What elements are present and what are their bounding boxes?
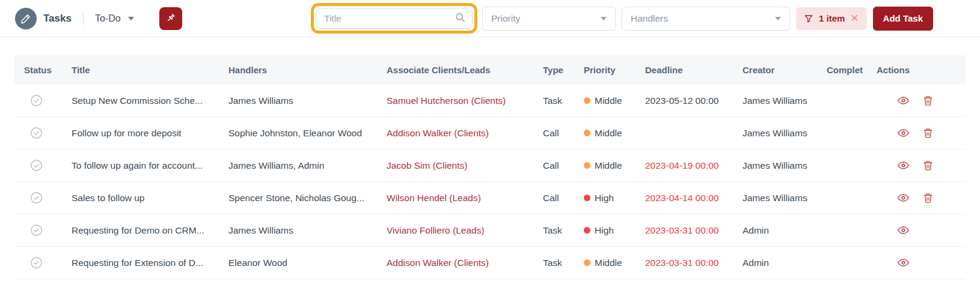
trash-icon bbox=[922, 95, 934, 107]
view-task-button[interactable] bbox=[897, 192, 910, 204]
table-row: Sales to follow up Spencer Stone, Nichol… bbox=[14, 182, 966, 214]
tasks-table: Status Title Handlers Associate Clients/… bbox=[14, 55, 966, 279]
task-deadline: 2023-04-14 00:00 bbox=[645, 193, 743, 204]
add-task-button[interactable]: Add Task bbox=[873, 7, 933, 31]
mark-done-button[interactable] bbox=[29, 126, 43, 140]
task-creator: James Williams bbox=[743, 193, 827, 204]
search-highlight-ring bbox=[311, 3, 477, 34]
delete-task-button[interactable] bbox=[922, 160, 934, 172]
priority-dot bbox=[584, 195, 590, 201]
task-type: Call bbox=[543, 193, 584, 204]
eye-icon bbox=[897, 127, 910, 139]
check-circle-icon bbox=[29, 126, 43, 140]
trash-icon bbox=[922, 127, 934, 139]
handlers-filter-select[interactable]: Handlers bbox=[622, 7, 790, 31]
delete-task-button[interactable] bbox=[922, 127, 934, 139]
table-row: Requesting for Demo on CRM... James Will… bbox=[14, 214, 966, 247]
mark-done-button[interactable] bbox=[29, 191, 43, 205]
check-circle-icon bbox=[29, 191, 43, 205]
clear-filter-icon[interactable]: ✕ bbox=[850, 13, 859, 23]
task-handlers: Sophie Johnston, Eleanor Wood bbox=[228, 128, 387, 139]
check-circle-icon bbox=[29, 256, 43, 270]
priority-dot bbox=[584, 97, 590, 104]
view-task-button[interactable] bbox=[897, 224, 910, 237]
priority-dot bbox=[584, 130, 590, 136]
mark-done-button[interactable] bbox=[29, 159, 43, 172]
table-row: Setup New Commission Sche... James Willi… bbox=[14, 85, 966, 117]
filter-count-label: 1 item bbox=[819, 13, 845, 23]
mark-done-button[interactable] bbox=[29, 256, 43, 270]
task-type: Task bbox=[543, 258, 584, 268]
delete-task-button[interactable] bbox=[922, 95, 934, 107]
view-task-button[interactable] bbox=[897, 256, 910, 269]
topbar: Tasks To-Do Priority Handlers bbox=[0, 0, 980, 37]
view-task-button[interactable] bbox=[897, 127, 910, 139]
check-circle-icon bbox=[29, 159, 43, 172]
task-deadline: 2023-03-31 00:00 bbox=[645, 258, 743, 268]
task-creator: James Williams bbox=[743, 128, 827, 139]
priority-filter-select[interactable]: Priority bbox=[482, 7, 616, 31]
table-row: Follow up for more deposit Sophie Johnst… bbox=[14, 117, 966, 150]
task-type: Call bbox=[543, 128, 584, 139]
title-search-input[interactable] bbox=[316, 8, 473, 29]
task-title: Follow up for more deposit bbox=[72, 128, 228, 139]
column-header-associate: Associate Clients/Leads bbox=[387, 65, 543, 75]
table-row: Requesting for Extension of D... Eleanor… bbox=[14, 247, 966, 279]
task-creator: Admin bbox=[743, 258, 827, 268]
search-icon bbox=[455, 11, 466, 25]
task-title: To follow up again for account... bbox=[72, 160, 228, 171]
filter-icon bbox=[804, 14, 813, 23]
view-dropdown-label: To-Do bbox=[95, 13, 121, 24]
view-dropdown[interactable]: To-Do bbox=[95, 13, 134, 24]
applied-filter-badge: 1 item ✕ bbox=[796, 7, 867, 30]
priority-dot bbox=[584, 162, 590, 169]
tasks-logo-icon bbox=[15, 8, 37, 29]
column-header-deadline: Deadline bbox=[645, 65, 743, 75]
task-title: Requesting for Extension of D... bbox=[72, 258, 228, 268]
mark-done-button[interactable] bbox=[29, 94, 43, 107]
priority-dot bbox=[584, 227, 590, 234]
column-header-completed: Complet bbox=[827, 65, 877, 75]
task-deadline: 2023-04-19 00:00 bbox=[645, 160, 743, 171]
eye-icon bbox=[897, 224, 910, 237]
check-circle-icon bbox=[29, 94, 43, 107]
table-row: To follow up again for account... James … bbox=[14, 150, 966, 182]
view-task-button[interactable] bbox=[897, 94, 910, 107]
delete-task-button[interactable] bbox=[922, 192, 934, 204]
task-associate-link[interactable]: Jacob Sim (Clients) bbox=[387, 160, 543, 171]
view-task-button[interactable] bbox=[897, 159, 910, 172]
priority-label: Middle bbox=[595, 95, 622, 106]
handlers-filter-label: Handlers bbox=[631, 13, 668, 24]
task-deadline: 2023-05-12 00:00 bbox=[645, 95, 743, 106]
column-header-priority: Priority bbox=[584, 65, 645, 75]
column-header-status: Status bbox=[24, 65, 72, 75]
pin-button[interactable] bbox=[159, 7, 182, 30]
task-associate-link[interactable]: Addison Walker (Clients) bbox=[387, 258, 543, 268]
pin-icon bbox=[165, 13, 176, 24]
mark-done-button[interactable] bbox=[29, 223, 43, 237]
check-circle-icon bbox=[29, 223, 43, 237]
column-header-actions: Actions bbox=[877, 65, 966, 75]
eye-icon bbox=[897, 94, 910, 107]
task-handlers: Eleanor Wood bbox=[228, 258, 387, 268]
task-associate-link[interactable]: Wilson Hendel (Leads) bbox=[387, 193, 543, 204]
priority-filter-label: Priority bbox=[491, 13, 520, 24]
task-associate-link[interactable]: Viviano Folliero (Leads) bbox=[387, 225, 543, 236]
task-title: Sales to follow up bbox=[72, 193, 228, 204]
column-header-title: Title bbox=[72, 65, 228, 75]
task-type: Task bbox=[543, 225, 584, 236]
chevron-down-icon bbox=[601, 17, 607, 20]
priority-label: High bbox=[595, 225, 614, 236]
task-title: Setup New Commission Sche... bbox=[72, 95, 228, 106]
task-associate-link[interactable]: Addison Walker (Clients) bbox=[387, 128, 543, 139]
task-creator: James Williams bbox=[743, 160, 827, 171]
trash-icon bbox=[922, 192, 934, 204]
task-deadline: 2023-03-31 00:00 bbox=[645, 225, 743, 236]
task-handlers: James Williams bbox=[228, 225, 387, 236]
eye-icon bbox=[897, 256, 910, 269]
task-associate-link[interactable]: Samuel Hutcherson (Clients) bbox=[387, 95, 543, 106]
trash-icon bbox=[922, 160, 934, 172]
chevron-down-icon bbox=[775, 17, 781, 20]
chevron-down-icon bbox=[128, 17, 134, 20]
table-body: Setup New Commission Sche... James Willi… bbox=[14, 85, 966, 279]
